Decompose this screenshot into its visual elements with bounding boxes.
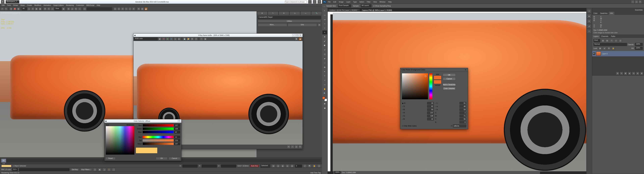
material-editor-icon[interactable]: ● — [132, 7, 135, 10]
ps-menu-file[interactable]: File — [327, 1, 332, 3]
history-panel-icon[interactable]: ⟲ — [587, 9, 591, 13]
lock-paint-icon[interactable]: 🖌 — [603, 47, 606, 50]
min-max-icon[interactable]: ⛶ — [112, 168, 116, 171]
keymode-combo[interactable]: Selected — [260, 165, 270, 168]
play-icon[interactable]: ▶ — [281, 164, 284, 168]
render-frame-icon[interactable]: ▤ — [141, 7, 144, 10]
show-ring-check[interactable]: ☑ Show Sampling Ring — [373, 5, 391, 7]
current-swatch[interactable] — [434, 80, 442, 84]
actions-panel-icon[interactable]: ▶ — [587, 14, 591, 18]
eyedropper-tool-icon[interactable]: ✎ — [322, 30, 327, 34]
s-radio[interactable]: ○ S: — [402, 105, 426, 107]
minimize-icon[interactable]: – — [308, 0, 312, 3]
pan-icon[interactable]: ✋ — [312, 164, 316, 168]
time-tag[interactable]: Add Time Tag — [310, 172, 321, 174]
bb-input[interactable] — [427, 108, 434, 111]
walk-icon[interactable]: 🚶 — [107, 168, 111, 171]
cpick-close-icon[interactable]: ✕ — [464, 69, 467, 71]
menu-maxscript[interactable]: MAXScript — [85, 4, 95, 6]
vfb-pixel-icon[interactable]: + — [291, 145, 294, 148]
curve-editor-icon[interactable]: ∿ — [124, 7, 128, 10]
menu-help[interactable]: Help — [96, 4, 101, 6]
schematic-icon[interactable]: ⬚ — [128, 7, 132, 10]
tab-swatches[interactable]: Swatches — [599, 12, 609, 15]
vfb-render-icon[interactable]: ☕ — [298, 37, 302, 41]
hand-tool-icon[interactable]: ✋ — [322, 87, 327, 91]
menu-customize[interactable]: Customize — [75, 4, 85, 6]
sets-config-icon[interactable]: ⚙ — [318, 23, 321, 27]
hue-value[interactable] — [174, 136, 180, 138]
swatch-value[interactable]: 0.0 ÷ — [12, 168, 18, 171]
lab-b-radio[interactable]: ○ b: — [435, 109, 458, 110]
stamp-tool-icon[interactable]: ⛊ — [322, 43, 327, 47]
l-input[interactable] — [460, 102, 466, 104]
vfb-link-icon[interactable]: ⇱ — [298, 145, 302, 148]
ref-coord[interactable]: View — [54, 7, 62, 10]
menu-tools[interactable]: Tools — [6, 4, 12, 6]
ps-menu-window[interactable]: Window — [378, 1, 387, 3]
tab-motion-icon[interactable]: ◷ — [289, 11, 300, 15]
lasso-tool-icon[interactable]: ᔕ — [322, 17, 327, 21]
maxscript-listener[interactable] — [19, 168, 70, 171]
ok-button[interactable]: OK — [156, 157, 168, 160]
sets-button[interactable]: Sets — [288, 23, 317, 27]
layers-icon[interactable]: ☰ — [121, 7, 124, 10]
color-swatch[interactable] — [1, 165, 12, 167]
r-label[interactable]: ○ R: — [402, 112, 426, 114]
undo-icon[interactable]: ↶ — [1, 7, 4, 10]
z-input[interactable] — [221, 165, 236, 167]
info-tabs[interactable]: Color Swatches Info — [592, 12, 644, 15]
ps-close-icon[interactable]: ✕ — [638, 0, 642, 3]
rotate-icon[interactable]: ⟳ — [47, 7, 50, 10]
viewport-label[interactable]: [+] [Camera001] [Shaded] — [1, 12, 20, 14]
csel-titlebar[interactable]: ▣ Color Selector: diffuse ✕ — [104, 119, 181, 123]
layers-list[interactable]: 👁 Layer 0 — [592, 51, 644, 71]
layers-footer[interactable]: ⛓ fx ◩ ◐ 🗀 ⊞ 🗑 — [592, 71, 644, 76]
max-toolbar[interactable]: ↶ ↷ ⛓ ⛔ ◧ All ▭ ☰ ▦ ▣ ✥ ⟳ ⤢ View ◉ ⊞ ∠ %… — [0, 7, 322, 11]
vfb-load-icon[interactable]: 📂 — [187, 37, 190, 41]
workspace-switcher[interactable]: Essentials — [592, 8, 644, 12]
object-name-combo[interactable]: Camera001.Target — [258, 16, 321, 19]
m-input[interactable] — [460, 115, 466, 117]
blend-mode-combo[interactable]: Normal — [594, 43, 627, 46]
c-input[interactable] — [460, 111, 466, 114]
prev-frame-icon[interactable]: ⏴ — [276, 164, 280, 168]
tab-channels[interactable]: Channels — [600, 35, 610, 38]
ps-toolbox[interactable]: ↖ ▭ ᔕ ✧ ⌗ ✎ ✚ 🖌 ⛊ ↺ ◫ ▰ ◌ ◓ ✒ T ↗ ▭ ✋ 🔍 … — [322, 8, 328, 174]
zoom-icon[interactable]: 🔍 — [308, 164, 311, 168]
brush-panel-icon[interactable]: 🖌 — [587, 24, 591, 28]
bl-input[interactable] — [427, 118, 434, 120]
marquee-tool-icon[interactable]: ▭ — [322, 13, 327, 17]
percent-snap-icon[interactable]: % — [74, 7, 78, 10]
menu-rendering[interactable]: Rendering — [65, 4, 75, 6]
goto-end-icon[interactable]: ⏭ — [290, 164, 294, 168]
spinner-snap-icon[interactable]: ↕ — [78, 7, 81, 10]
ps-min-icon[interactable]: – — [631, 0, 634, 3]
doc-tab-1[interactable]: Untitled-1 @ 66.7% (Layer 1, RGB/8) * — [328, 9, 360, 12]
menu-modifiers[interactable]: Modifiers — [33, 4, 42, 6]
cpick-titlebar[interactable]: Color Picker (Foreground Color) ✕ — [400, 68, 468, 72]
bl-label[interactable]: ○ B: — [402, 118, 426, 120]
brush-tool-icon[interactable]: 🖌 — [322, 39, 327, 43]
ps-menu-select[interactable]: Select — [358, 1, 365, 3]
blue-slider[interactable] — [143, 131, 174, 133]
b-radio[interactable]: ○ B: — [402, 109, 426, 110]
vfb-b-icon[interactable]: ● — [170, 37, 173, 41]
angle-snap-icon[interactable]: ∠ — [70, 7, 74, 10]
csel-close-icon[interactable]: ✕ — [178, 120, 180, 122]
utilities-rollout[interactable]: Utilities — [258, 20, 321, 23]
zoom-extents-icon[interactable]: ⤢ — [303, 164, 306, 168]
red-slider[interactable] — [143, 124, 174, 127]
g-input[interactable] — [427, 115, 434, 117]
keyfilters-button[interactable]: Key Filters... — [80, 168, 92, 171]
sat-slider[interactable] — [143, 139, 174, 142]
layer-row[interactable]: 👁 Layer 0 — [592, 51, 644, 56]
scale-icon[interactable]: ⤢ — [51, 7, 54, 10]
shape-tool-icon[interactable]: ▭ — [322, 83, 327, 87]
cmd-tabs[interactable]: ✚ ✎ ⬍ ◷ ▭ 🔧 — [257, 11, 322, 15]
filter-shape-icon[interactable]: ▭ — [614, 39, 618, 42]
lock-all-icon[interactable]: 🔒 — [612, 47, 615, 50]
green-slider[interactable] — [143, 128, 174, 130]
ps-collapsed-panels[interactable]: ⟲ ▶ ⚙ 🖌 A — [586, 8, 592, 174]
max-titlebar[interactable]: ✚ Workspace_1 Autodesk 3ds Max 2014 x64 … — [0, 0, 322, 4]
